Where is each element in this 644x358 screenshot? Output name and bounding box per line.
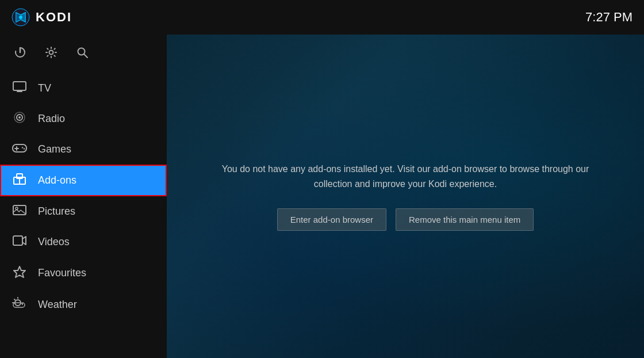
search-button[interactable] bbox=[74, 44, 91, 64]
sidebar-item-pictures-label: Pictures bbox=[38, 205, 75, 218]
content-area: You do not have any add-ons installed ye… bbox=[167, 35, 644, 358]
sidebar-item-pictures[interactable]: Pictures bbox=[0, 196, 167, 227]
sidebar-item-addons-label: Add-ons bbox=[38, 174, 76, 186]
content-message: You do not have any add-ons installed ye… bbox=[204, 162, 607, 191]
sidebar-item-favourites[interactable]: Favourites bbox=[0, 257, 167, 289]
svg-point-4 bbox=[19, 16, 22, 19]
app-title: KODI bbox=[36, 10, 72, 25]
sidebar-top-icons bbox=[0, 35, 167, 73]
settings-button[interactable] bbox=[43, 44, 60, 64]
svg-point-19 bbox=[22, 147, 23, 148]
weather-icon bbox=[12, 297, 28, 313]
kodi-logo-icon bbox=[12, 8, 30, 26]
svg-rect-10 bbox=[13, 82, 26, 90]
svg-rect-24 bbox=[13, 205, 26, 215]
svg-point-8 bbox=[78, 48, 85, 55]
svg-point-20 bbox=[24, 148, 25, 149]
favourites-icon bbox=[12, 265, 28, 281]
sidebar-nav: TV Radio bbox=[0, 73, 167, 358]
sidebar-item-games[interactable]: Games bbox=[0, 134, 167, 165]
sidebar-item-videos[interactable]: Videos bbox=[0, 227, 167, 257]
content-buttons: Enter add-on browser Remove this main me… bbox=[277, 208, 534, 231]
enter-addon-browser-button[interactable]: Enter add-on browser bbox=[277, 208, 386, 231]
top-bar: KODI 7:27 PM bbox=[0, 0, 644, 35]
sidebar-item-videos-label: Videos bbox=[38, 236, 70, 248]
svg-marker-27 bbox=[14, 266, 25, 277]
svg-line-9 bbox=[85, 55, 88, 58]
logo-area: KODI bbox=[12, 8, 72, 26]
sidebar-item-tv-label: TV bbox=[38, 82, 51, 94]
remove-menu-item-button[interactable]: Remove this main menu item bbox=[396, 208, 534, 231]
svg-line-30 bbox=[14, 299, 15, 300]
power-button[interactable] bbox=[12, 44, 29, 64]
videos-icon bbox=[12, 235, 28, 249]
sidebar-item-tv[interactable]: TV bbox=[0, 73, 167, 104]
main-layout: TV Radio bbox=[0, 35, 644, 358]
clock-display: 7:27 PM bbox=[585, 10, 632, 25]
svg-point-7 bbox=[49, 51, 53, 55]
sidebar: TV Radio bbox=[0, 35, 167, 358]
games-icon bbox=[12, 142, 28, 157]
radio-icon bbox=[12, 112, 28, 126]
sidebar-item-weather[interactable]: Weather bbox=[0, 289, 167, 321]
sidebar-item-games-label: Games bbox=[38, 143, 71, 155]
sidebar-item-radio-label: Radio bbox=[38, 113, 65, 125]
addons-icon bbox=[12, 173, 28, 188]
sidebar-item-weather-label: Weather bbox=[38, 299, 77, 311]
svg-rect-26 bbox=[13, 236, 22, 245]
sidebar-item-radio[interactable]: Radio bbox=[0, 104, 167, 134]
pictures-icon bbox=[12, 204, 28, 219]
tv-icon bbox=[12, 81, 28, 96]
sidebar-item-favourites-label: Favourites bbox=[38, 267, 86, 279]
svg-point-15 bbox=[18, 116, 21, 119]
sidebar-item-addons[interactable]: Add-ons bbox=[0, 165, 167, 196]
